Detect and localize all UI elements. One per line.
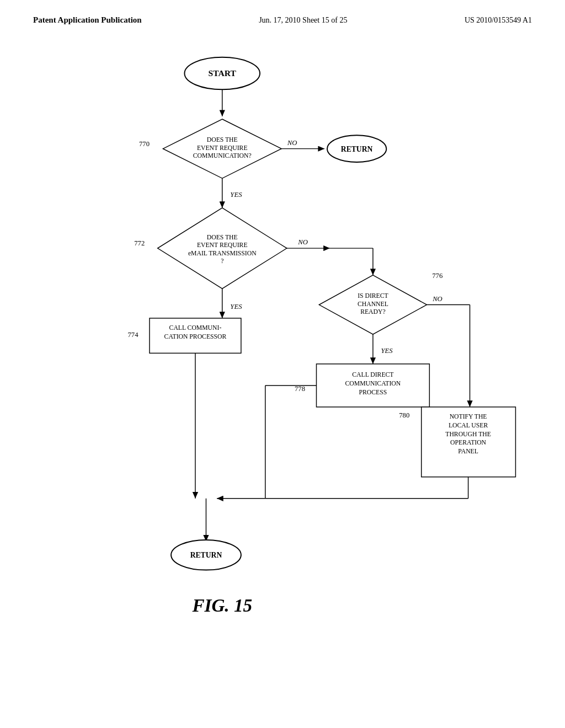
return-label-bottom: RETURN xyxy=(190,551,222,559)
flowchart-svg: START DOES THE EVENT REQUIRE COMMUNICATI… xyxy=(0,30,565,692)
no-label-776: NO xyxy=(432,295,443,303)
label-776: 776 xyxy=(432,272,443,280)
node-772-line3: eMAIL TRANSMISSION xyxy=(188,250,257,257)
node-772-line2: EVENT REQUIRE xyxy=(197,242,248,249)
yes-label-770: YES xyxy=(230,191,242,199)
node-776-line3: READY? xyxy=(360,308,385,315)
header-left: Patent Application Publication xyxy=(33,15,142,25)
yes-label-772: YES xyxy=(230,303,242,311)
header-center: Jun. 17, 2010 Sheet 15 of 25 xyxy=(259,16,347,25)
node-774-line2: CATION PROCESSOR xyxy=(164,333,227,340)
page-header: Patent Application Publication Jun. 17, … xyxy=(0,0,565,25)
node-780-line2: LOCAL USER xyxy=(449,422,488,429)
node-776-line2: CHANNEL xyxy=(358,301,388,308)
node-780-line4: OPERATION xyxy=(450,439,486,446)
node-774-line1: CALL COMMUNI- xyxy=(169,324,222,331)
label-770: 770 xyxy=(139,140,150,148)
node-770-line1: DOES THE xyxy=(207,136,238,143)
node-772-line4: ? xyxy=(221,258,223,265)
label-780: 780 xyxy=(399,411,409,419)
node-778-line3: PROCESS xyxy=(359,389,387,396)
node-778-line1: CALL DIRECT xyxy=(352,371,393,378)
node-770-line2: EVENT REQUIRE xyxy=(197,144,248,152)
yes-label-776: YES xyxy=(381,347,393,355)
start-label: START xyxy=(209,68,237,78)
node-780-line1: NOTIFY THE xyxy=(450,413,487,420)
no-label-772: NO xyxy=(297,238,308,246)
node-780-line5: PANEL xyxy=(458,448,478,455)
diagram-area: START DOES THE EVENT REQUIRE COMMUNICATI… xyxy=(0,30,565,692)
header-right: US 2010/0153549 A1 xyxy=(465,16,532,25)
node-780-line3: THROUGH THE xyxy=(445,431,491,438)
no-label-770: NO xyxy=(287,139,297,147)
node-778-line2: COMMUNICATION xyxy=(345,380,401,387)
label-772: 772 xyxy=(134,239,145,247)
label-774: 774 xyxy=(128,331,139,339)
node-776-line1: IS DIRECT xyxy=(358,292,388,299)
return-label-top: RETURN xyxy=(341,145,373,153)
label-778: 778 xyxy=(295,385,305,393)
node-772-line1: DOES THE xyxy=(207,234,238,241)
fig-label: FIG. 15 xyxy=(191,595,252,615)
node-770-line3: COMMUNICATION? xyxy=(193,152,252,159)
